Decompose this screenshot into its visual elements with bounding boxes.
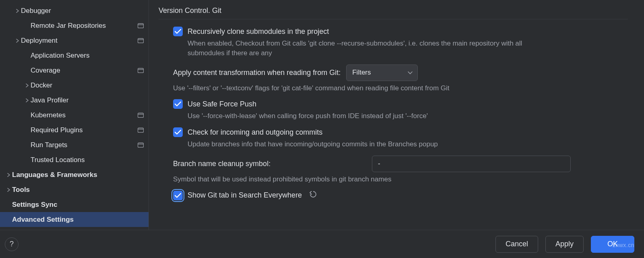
settings-sidebar: DebuggerRemote Jar RepositoriesDeploymen…	[0, 0, 149, 230]
help-button[interactable]: ?	[5, 237, 19, 251]
settings-content: Version Control. Git Recursively clone s…	[149, 0, 644, 230]
project-scope-icon	[138, 68, 144, 73]
sidebar-item-application-servers[interactable]: Application Servers	[0, 48, 149, 63]
select-content-transform-value: Filters	[352, 69, 371, 77]
desc-recursive-clone: When enabled, Checkout from Git calls 'g…	[188, 39, 550, 58]
cancel-button[interactable]: Cancel	[495, 236, 538, 253]
chevron-down-icon	[408, 69, 413, 77]
label-show-git-tab: Show Git tab in Search Everywhere	[188, 191, 302, 200]
svg-rect-2	[138, 39, 144, 43]
label-check-commits: Check for incoming and outgoing commits	[188, 128, 322, 137]
sidebar-item-settings-sync[interactable]: Settings Sync	[0, 197, 149, 212]
chevron-right-icon	[24, 83, 31, 87]
select-content-transform[interactable]: Filters	[346, 64, 418, 81]
chevron-right-icon	[14, 9, 21, 13]
sidebar-item-run-targets[interactable]: Run Targets	[0, 137, 149, 152]
ok-button[interactable]: OK	[591, 236, 634, 253]
sidebar-item-label: Application Servers	[31, 52, 144, 60]
project-scope-icon	[138, 112, 144, 118]
chevron-right-icon	[6, 173, 12, 177]
chevron-right-icon	[14, 39, 21, 43]
sidebar-item-label: Coverage	[31, 67, 138, 75]
svg-rect-8	[138, 128, 144, 133]
checkbox-check-commits[interactable]	[173, 127, 183, 137]
label-safe-force-push: Use Safe Force Push	[188, 100, 256, 108]
svg-rect-6	[138, 113, 144, 118]
sidebar-item-label: Docker	[31, 81, 144, 89]
project-scope-icon	[138, 127, 144, 133]
sidebar-item-label: Debugger	[21, 7, 144, 15]
project-scope-icon	[138, 23, 144, 28]
sidebar-item-label: Remote Jar Repositories	[31, 22, 138, 30]
svg-rect-10	[138, 143, 144, 148]
sidebar-item-docker[interactable]: Docker	[0, 78, 149, 93]
sidebar-item-label: Java Profiler	[31, 96, 144, 104]
desc-branch-cleanup: Symbol that will be used instead prohibi…	[173, 175, 535, 184]
checkbox-safe-force-push[interactable]	[173, 99, 183, 109]
sidebar-item-kubernetes[interactable]: Kubernetes	[0, 108, 149, 123]
sidebar-item-label: Required Plugins	[31, 126, 138, 134]
svg-rect-4	[138, 69, 144, 73]
sidebar-item-required-plugins[interactable]: Required Plugins	[0, 123, 149, 137]
svg-rect-0	[138, 24, 144, 28]
sidebar-item-languages-frameworks[interactable]: Languages & Frameworks	[0, 167, 149, 182]
apply-button[interactable]: Apply	[545, 236, 584, 253]
sidebar-item-label: Languages & Frameworks	[12, 171, 144, 179]
sidebar-item-label: Deployment	[21, 37, 138, 45]
label-content-transform: Apply content transformation when readin…	[173, 69, 341, 77]
sidebar-item-advanced-settings[interactable]: Advanced Settings	[0, 212, 149, 227]
input-branch-cleanup[interactable]	[372, 156, 571, 172]
sidebar-item-label: Kubernetes	[31, 111, 138, 119]
project-scope-icon	[138, 142, 144, 148]
checkbox-show-git-tab[interactable]	[173, 191, 183, 200]
project-scope-icon	[138, 38, 144, 43]
label-branch-cleanup: Branch name cleanup symbol:	[173, 160, 372, 168]
checkbox-recursive-clone[interactable]	[173, 27, 183, 36]
sidebar-item-remote-jar-repositories[interactable]: Remote Jar Repositories	[0, 18, 149, 33]
sidebar-item-label: Advanced Settings	[12, 216, 144, 224]
label-recursive-clone: Recursively clone submodules in the proj…	[188, 27, 329, 36]
sidebar-item-trusted-locations[interactable]: Trusted Locations	[0, 152, 149, 167]
sidebar-item-debugger[interactable]: Debugger	[0, 3, 149, 18]
desc-safe-force-push: Use '--force-with-lease' when calling fo…	[188, 111, 550, 121]
sidebar-item-tools[interactable]: Tools	[0, 182, 149, 197]
sidebar-item-label: Settings Sync	[12, 201, 144, 209]
sidebar-item-label: Trusted Locations	[31, 156, 144, 164]
chevron-right-icon	[24, 98, 31, 102]
desc-check-commits: Update branches info that have incoming/…	[188, 139, 550, 149]
revert-icon[interactable]	[309, 191, 318, 200]
sidebar-item-deployment[interactable]: Deployment	[0, 33, 149, 48]
sidebar-item-coverage[interactable]: Coverage	[0, 63, 149, 78]
sidebar-item-label: Run Targets	[31, 141, 138, 149]
chevron-right-icon	[6, 188, 12, 192]
sidebar-item-java-profiler[interactable]: Java Profiler	[0, 93, 149, 108]
dialog-footer: ? Cancel Apply OK	[0, 230, 644, 258]
sidebar-item-label: Tools	[12, 186, 144, 194]
desc-content-transform: Use '--filters' or '--textconv' flags fo…	[173, 83, 535, 93]
page-title: Version Control. Git	[159, 6, 628, 19]
